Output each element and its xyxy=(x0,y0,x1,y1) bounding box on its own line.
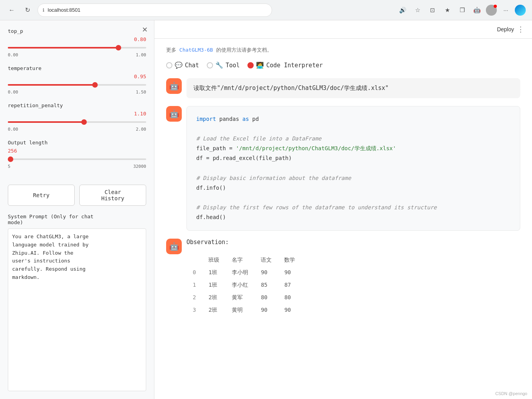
action-buttons: Retry Clear History xyxy=(8,185,146,206)
repetition-penalty-section: repetition_penalty 1.10 0.00 2.00 xyxy=(8,102,146,132)
main-content: Deploy ⋮ 更多 ChatGLM3-6B 的使用方法请参考文档。 💬 Ch… xyxy=(154,20,532,399)
observation-message: 🤖 Observation: 班级 名字 语文 数学 xyxy=(166,239,520,319)
output-length-thumb[interactable] xyxy=(8,156,13,162)
user-message-bubble: 读取文件"/mnt/d/project/python/ChatGLM3/doc/… xyxy=(186,78,520,98)
address-bar[interactable]: ℹ localhost:8501 xyxy=(38,4,272,17)
top-p-label: top_p xyxy=(8,28,146,34)
info-text: 更多 ChatGLM3-6B 的使用方法请参考文档。 xyxy=(166,47,520,54)
system-prompt-textarea[interactable]: You are ChatGLM3, a large language model… xyxy=(8,228,146,391)
app-container: ✕ top_p 0.80 0.00 1.00 temperature 0.95 xyxy=(0,20,532,399)
top-p-slider[interactable] xyxy=(8,44,146,52)
temperature-value: 0.95 xyxy=(8,74,146,79)
browser-actions: 🔊 ☆ ⊡ ★ ❒ 🤖 ··· xyxy=(397,4,526,16)
output-length-track xyxy=(8,158,146,160)
observation-label: Observation: xyxy=(186,239,520,246)
url-text: localhost:8501 xyxy=(48,7,81,13)
temperature-fill xyxy=(8,84,95,86)
tool-label: Tool xyxy=(226,62,240,69)
repetition-penalty-range: 0.00 2.00 xyxy=(8,127,146,132)
menu-dots[interactable]: ⋮ xyxy=(517,25,524,34)
assistant-message: 🤖 import pandas as pd # Load the Excel f… xyxy=(166,106,520,231)
user-avatar: 🤖 xyxy=(166,78,182,94)
output-length-range: 5 32000 xyxy=(8,164,146,169)
back-button[interactable]: ← xyxy=(6,5,17,16)
top-p-fill xyxy=(8,47,118,49)
repetition-penalty-value: 1.10 xyxy=(8,111,146,117)
assistant-message-content: import pandas as pd # Load the Excel fil… xyxy=(186,106,520,231)
sidebar-button[interactable]: ❒ xyxy=(456,4,468,16)
edge-logo xyxy=(515,5,526,16)
sidebar-close-button[interactable]: ✕ xyxy=(140,25,149,34)
mode-code-interpreter[interactable]: 🧑‍💻 Code Interpreter xyxy=(247,61,323,69)
chat-label: Chat xyxy=(185,62,199,69)
top-p-section: top_p 0.80 0.00 1.00 xyxy=(8,28,146,58)
more-options-button[interactable]: ··· xyxy=(500,4,512,16)
temperature-track xyxy=(8,84,146,86)
profile-dot xyxy=(494,5,497,8)
top-p-value: 0.80 xyxy=(8,36,146,42)
browser-bar: ← ↻ ℹ localhost:8501 🔊 ☆ ⊡ ★ ❒ 🤖 ··· xyxy=(0,0,532,20)
user-message-content: 读取文件"/mnt/d/project/python/ChatGLM3/doc/… xyxy=(186,78,520,98)
collections-button[interactable]: ★ xyxy=(441,4,453,16)
system-prompt-label: System Prompt (Only for chat mode) xyxy=(8,214,146,225)
code-interpreter-radio[interactable] xyxy=(247,62,254,68)
temperature-range: 0.00 1.50 xyxy=(8,90,146,95)
tool-radio[interactable] xyxy=(207,62,213,68)
repetition-penalty-fill xyxy=(8,121,84,123)
temperature-label: temperature xyxy=(8,65,146,71)
top-p-track xyxy=(8,47,146,49)
code-interpreter-label: Code Interpreter xyxy=(266,62,323,69)
user-message: 🤖 读取文件"/mnt/d/project/python/ChatGLM3/do… xyxy=(166,78,520,98)
split-screen-button[interactable]: ⊡ xyxy=(426,4,438,16)
read-aloud-button[interactable]: 🔊 xyxy=(397,4,408,16)
code-block: import pandas as pd # Load the Excel fil… xyxy=(186,106,520,231)
watermark: CSDN @penngo xyxy=(495,391,527,396)
top-p-thumb[interactable] xyxy=(116,45,121,50)
repetition-penalty-thumb[interactable] xyxy=(81,119,87,125)
main-header: Deploy ⋮ xyxy=(154,20,532,39)
profile-section[interactable] xyxy=(486,5,497,16)
repetition-penalty-slider[interactable] xyxy=(8,118,146,126)
output-length-label: Output length xyxy=(8,140,146,146)
observation-content: Observation: 班级 名字 语文 数学 0 xyxy=(186,239,520,319)
assistant-avatar: 🤖 xyxy=(166,106,182,122)
data-table: 班级 名字 语文 数学 0 1班 李小明 90 90 xyxy=(186,250,520,319)
clear-history-button[interactable]: Clear History xyxy=(79,185,146,206)
mode-selector: 💬 Chat 🔧 Tool 🧑‍💻 Code Interpreter xyxy=(166,61,520,69)
sidebar: ✕ top_p 0.80 0.00 1.00 temperature 0.95 xyxy=(0,20,154,399)
mode-chat[interactable]: 💬 Chat xyxy=(166,61,199,69)
output-length-section: Output length 256 5 32000 xyxy=(8,140,146,169)
chat-area: 更多 ChatGLM3-6B 的使用方法请参考文档。 💬 Chat 🔧 Tool… xyxy=(154,39,532,399)
observation-avatar: 🤖 xyxy=(166,239,182,254)
mode-tool[interactable]: 🔧 Tool xyxy=(207,61,240,69)
deploy-button[interactable]: Deploy xyxy=(497,26,514,32)
top-p-range: 0.00 1.00 xyxy=(8,52,146,58)
repetition-penalty-track xyxy=(8,121,146,123)
chat-radio[interactable] xyxy=(166,62,172,68)
retry-button[interactable]: Retry xyxy=(8,185,75,206)
refresh-button[interactable]: ↻ xyxy=(22,5,33,16)
tool-icon: 🔧 xyxy=(215,61,223,69)
repetition-penalty-label: repetition_penalty xyxy=(8,102,146,108)
temperature-section: temperature 0.95 0.00 1.50 xyxy=(8,65,146,95)
output-length-value: 256 xyxy=(8,148,146,154)
output-length-slider[interactable] xyxy=(8,155,146,163)
favorites-button[interactable]: ☆ xyxy=(412,4,423,16)
code-interpreter-icon: 🧑‍💻 xyxy=(256,61,264,69)
info-icon: ℹ xyxy=(43,7,45,13)
copilot-button[interactable]: 🤖 xyxy=(471,4,483,16)
temperature-thumb[interactable] xyxy=(92,82,98,88)
chat-icon: 💬 xyxy=(175,61,183,69)
temperature-slider[interactable] xyxy=(8,81,146,89)
